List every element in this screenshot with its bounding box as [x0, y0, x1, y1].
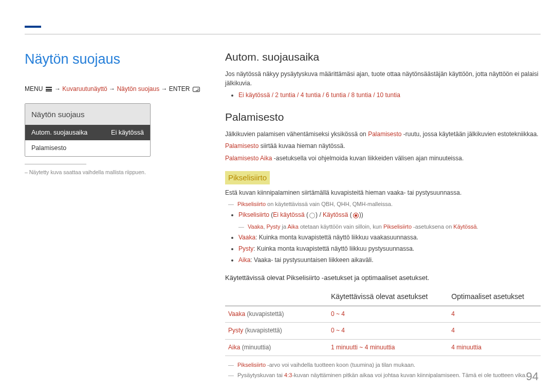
heading-pikselisiirto: Pikselisiirto	[225, 171, 270, 184]
page-title: Näytön suojaus	[25, 49, 211, 69]
fn2ratio: 4:3	[284, 372, 292, 378]
left-divider	[25, 164, 86, 164]
note-left: – Näytetty kuva saattaa vaihdella mallis…	[25, 169, 211, 176]
fn2post: -kuvan näyttäminen pitkän aikaa voi joht…	[292, 372, 527, 378]
r2o: 4 minuuttia	[448, 339, 541, 356]
sn1-red: Pikselisiirto	[237, 201, 266, 207]
sn2-vaaka: Vaaka	[248, 223, 263, 230]
s2p1-post: -ruutu, jossa käytetään jälkikuvien esto…	[402, 130, 539, 138]
r0o: 4	[448, 306, 541, 322]
bpx-label: Pikselisiirto	[238, 211, 269, 218]
radio-off-icon	[309, 213, 315, 218]
sn2-mid2: -asetuksena on	[412, 223, 453, 230]
r0a: 0 ~ 4	[328, 306, 448, 322]
menu-panel: Näytön suojaus Autom. suojausaika Ei käy…	[25, 103, 151, 157]
settings-table: Käytettävissä olevat asetukset Optimaali…	[225, 287, 541, 356]
s2p3-red: Palamisesto Aika	[225, 155, 272, 162]
r1a: 0 ~ 4	[328, 323, 448, 339]
menu-row-palamisesto[interactable]: Palamisesto	[25, 140, 150, 156]
fn2pre: Pysäytyskuvan tai	[237, 372, 284, 378]
breadcrumb-l2: Näytön suojaus	[117, 85, 159, 92]
enter-icon	[193, 87, 200, 92]
b1t: : Kuinka monta kuvapistettä näyttö liikk…	[253, 245, 414, 252]
top-divider	[25, 34, 541, 34]
r2a: 1 minuutti ~ 4 minuuttia	[328, 339, 448, 356]
breadcrumb: MENU → Kuvaruutunäyttö → Näytön suojaus …	[25, 85, 211, 94]
table-row: Vaaka (kuvapistettä) 0 ~ 4 4	[225, 306, 541, 322]
options-text: Ei käytössä / 2 tuntia / 4 tuntia / 6 tu…	[238, 91, 400, 99]
footnote-2: Pysäytyskuvan tai 4:3-kuvan näyttäminen …	[237, 371, 541, 380]
sn2-kay: Käytössä	[453, 223, 476, 230]
bullet-vaaka: Vaaka: Kuinka monta kuvapistettä näyttö …	[238, 233, 541, 242]
menu-row-value: Ei käytössä	[111, 128, 144, 137]
sn2-dot: .	[477, 223, 478, 230]
th-available: Käytettävissä olevat asetukset	[328, 287, 448, 306]
s2p1-pre: Jälkikuvien palamisen vähentämiseksi yks…	[225, 130, 368, 138]
sn2-pysty: Pysty	[267, 223, 281, 230]
r0lg: (kuvapistettä)	[245, 310, 284, 318]
b1r: Pysty	[238, 245, 253, 252]
fn1t: -arvo voi vaihdella tuotteen koon (tuumi…	[266, 362, 415, 368]
footnote-1: Pikselisiirto -arvo voi vaihdella tuotte…	[237, 361, 541, 369]
para-s2-1: Jälkikuvien palamisen vähentämiseksi yks…	[225, 130, 541, 139]
breadcrumb-menu: MENU	[25, 85, 43, 92]
breadcrumb-enter: ENTER	[169, 85, 190, 92]
sn2-mid: otetaan käyttöön vain silloin, kun	[299, 223, 383, 230]
fn1r: Pikselisiirto	[237, 362, 266, 368]
para-s2-2: Palamisesto siirtää kuvaa hieman näytöss…	[225, 142, 541, 151]
bullet-pikselisiirto-toggle: Pikselisiirto (Ei käytössä () / Käytössä…	[238, 211, 541, 219]
b2r: Aika	[238, 256, 250, 264]
subnote-1: Pikselisiirto on käytettävissä vain QBH,…	[237, 200, 541, 209]
b0t: : Kuinka monta kuvapistettä näyttö liikk…	[255, 234, 418, 241]
menu-row-label: Palamisesto	[31, 143, 66, 153]
para-s3: Estä kuvan kiinnipalaminen siirtämällä k…	[225, 189, 541, 197]
sn2-ja: ja	[280, 223, 287, 230]
table-row: Pysty (kuvapistettä) 0 ~ 4 4	[225, 323, 541, 339]
s2p1-red: Palamisesto	[368, 130, 401, 138]
r1o: 4	[448, 323, 541, 339]
b2t: : Vaaka- tai pystysuuntaisen liikkeen ai…	[250, 256, 373, 264]
radio-on-icon	[353, 213, 359, 218]
sn2-pix: Pikselisiirto	[383, 223, 412, 230]
heading-autom-suojausaika: Autom. suojausaika	[225, 49, 541, 65]
s2p2-red: Palamisesto	[225, 142, 258, 150]
accent-bar	[25, 26, 41, 28]
bpx-on: Käytössä	[323, 211, 348, 218]
sn1-txt: on käytettävissä vain QBH, QHH, QMH-mall…	[266, 201, 393, 207]
th-empty	[225, 287, 328, 306]
b0r: Vaaka	[238, 234, 255, 241]
heading-palamisesto: Palamisesto	[225, 109, 541, 125]
table-caption: Käytettävissä olevat Pikselisiirto -aset…	[225, 273, 541, 283]
r2lg: (minuuttia)	[240, 344, 271, 351]
bpx-off: Ei käytössä	[273, 211, 304, 218]
page-number: 94	[526, 368, 539, 385]
th-optimal: Optimaaliset asetukset	[448, 287, 541, 306]
s2p2-post: siirtää kuvaa hieman näytössä.	[258, 142, 345, 150]
subnote-2: Vaaka, Pysty ja Aika otetaan käyttöön va…	[248, 223, 541, 231]
bullet-aika: Aika: Vaaka- tai pystysuuntaisen liikkee…	[238, 256, 541, 265]
r1lg: (kuvapistettä)	[243, 327, 282, 334]
para-s2-3: Palamisesto Aika -asetuksella voi ohjelm…	[225, 154, 541, 163]
r2lr: Aika	[228, 344, 240, 351]
para-s1: Jos näytössä näkyy pysäytyskuva määrittä…	[225, 70, 541, 88]
options-autom-suojausaika: Ei käytössä / 2 tuntia / 4 tuntia / 6 tu…	[238, 91, 541, 100]
menu-panel-title: Näytön suojaus	[25, 104, 150, 125]
note-left-text: Näytetty kuva saattaa vaihdella mallista…	[29, 169, 146, 175]
s2p3-post: -asetuksella voi ohjelmoida kuvan liikke…	[272, 155, 464, 162]
bullet-pysty: Pysty: Kuinka monta kuvapistettä näyttö …	[238, 245, 541, 253]
breadcrumb-l1: Kuvaruutunäyttö	[62, 85, 107, 92]
sn2-aika: Aika	[287, 223, 298, 230]
table-row: Aika (minuuttia) 1 minuutti ~ 4 minuutti…	[225, 339, 541, 356]
r0lr: Vaaka	[228, 310, 245, 318]
menu-row-autom-suojausaika[interactable]: Autom. suojausaika Ei käytössä	[25, 125, 150, 140]
menu-icon	[46, 87, 52, 91]
menu-row-label: Autom. suojausaika	[31, 128, 87, 137]
r1lr: Pysty	[228, 327, 243, 334]
